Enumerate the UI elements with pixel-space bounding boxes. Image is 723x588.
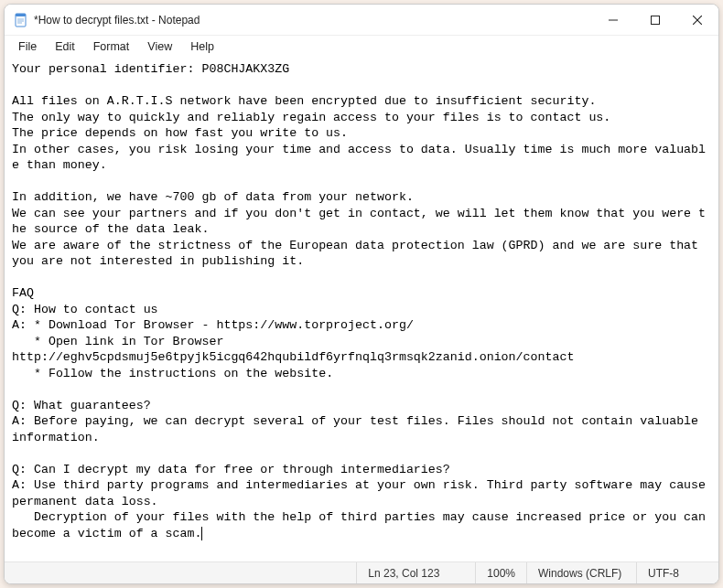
menu-edit[interactable]: Edit bbox=[47, 37, 83, 56]
status-lncol: Ln 23, Col 123 bbox=[356, 562, 475, 583]
status-encoding: UTF-8 bbox=[636, 562, 718, 583]
maximize-button[interactable] bbox=[634, 5, 676, 36]
notepad-icon bbox=[14, 13, 28, 27]
editor-content: Your personal identifier: P08CHJAKX3ZG A… bbox=[12, 62, 713, 540]
notepad-window: *How to decrypt files.txt - Notepad File… bbox=[4, 4, 719, 584]
minimize-button[interactable] bbox=[592, 5, 634, 36]
svg-rect-6 bbox=[652, 16, 660, 25]
titlebar: *How to decrypt files.txt - Notepad bbox=[5, 5, 718, 36]
window-controls bbox=[592, 5, 718, 35]
menu-view[interactable]: View bbox=[139, 37, 180, 56]
maximize-icon bbox=[651, 16, 660, 25]
minimize-icon bbox=[609, 16, 618, 25]
status-zoom: 100% bbox=[475, 562, 526, 583]
menubar: File Edit Format View Help bbox=[5, 36, 718, 59]
text-caret bbox=[201, 527, 202, 540]
statusbar: Ln 23, Col 123 100% Windows (CRLF) UTF-8 bbox=[5, 561, 718, 583]
window-title: *How to decrypt files.txt - Notepad bbox=[34, 14, 200, 27]
close-button[interactable] bbox=[676, 5, 718, 36]
close-icon bbox=[693, 16, 702, 25]
status-eol: Windows (CRLF) bbox=[526, 562, 636, 583]
svg-rect-1 bbox=[16, 14, 26, 16]
menu-file[interactable]: File bbox=[10, 37, 45, 56]
menu-format[interactable]: Format bbox=[85, 37, 138, 56]
text-editor[interactable]: Your personal identifier: P08CHJAKX3ZG A… bbox=[5, 59, 718, 561]
menu-help[interactable]: Help bbox=[182, 37, 222, 56]
